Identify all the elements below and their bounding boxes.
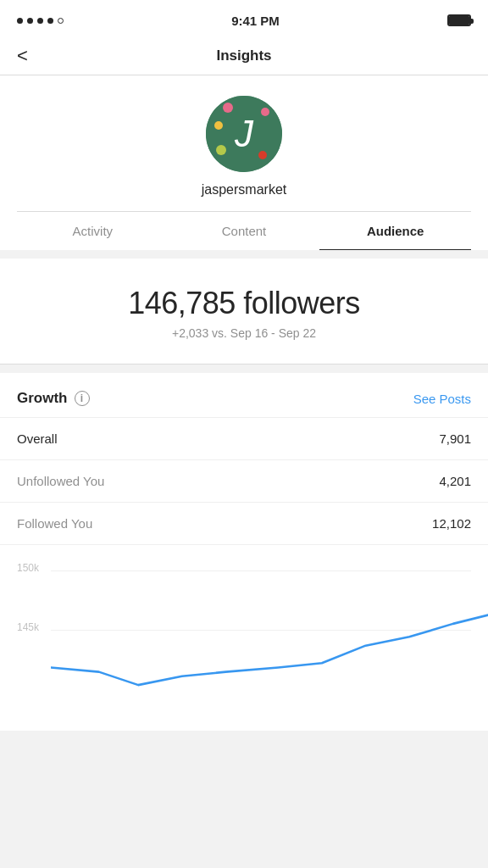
back-button[interactable]: < [17,47,28,65]
avatar: J [206,96,282,172]
followers-count: 146,785 followers [17,286,471,321]
stats-label-followed: Followed You [17,516,92,531]
status-bar: 9:41 PM [0,0,488,37]
section-divider [0,250,488,259]
stats-value-overall: 7,901 [439,431,471,446]
signal-dots [17,18,64,24]
growth-header: Growth i See Posts [0,373,488,417]
tab-activity[interactable]: Activity [17,212,169,250]
battery-icon [447,14,471,26]
chart-area: 150k 145k [0,544,488,731]
stats-label-unfollowed: Unfollowed You [17,474,104,488]
status-time: 9:41 PM [231,14,280,28]
followers-comparison: +2,033 vs. Sep 16 - Sep 22 [17,326,471,340]
profile-section: J jaspersmarket Activity Content Audienc… [0,75,488,250]
tabs: Activity Content Audience [17,211,471,250]
growth-section: Growth i See Posts Overall 7,901 Unfollo… [0,373,488,731]
stats-row-followed: Followed You 12,102 [0,502,488,544]
followers-section: 146,785 followers +2,033 vs. Sep 16 - Se… [0,259,488,364]
tab-audience[interactable]: Audience [319,212,471,250]
chart-label-145k: 145k [17,621,39,633]
tab-content[interactable]: Content [169,212,320,250]
username: jaspersmarket [202,182,286,198]
page-title: Insights [216,47,271,64]
avatar-letter: J [235,113,253,155]
growth-title: Growth [17,390,68,407]
stats-row-unfollowed: Unfollowed You 4,201 [0,459,488,502]
stats-label-overall: Overall [17,431,58,446]
header: < Insights [0,37,488,75]
see-posts-button[interactable]: See Posts [413,392,471,406]
stats-value-unfollowed: 4,201 [439,474,471,488]
section-divider-2 [0,364,488,373]
chart-label-150k: 150k [17,562,39,574]
growth-chart [51,545,488,720]
stats-value-followed: 12,102 [432,516,471,531]
growth-title-wrap: Growth i [17,390,90,407]
info-icon[interactable]: i [75,391,90,406]
stats-row-overall: Overall 7,901 [0,417,488,459]
